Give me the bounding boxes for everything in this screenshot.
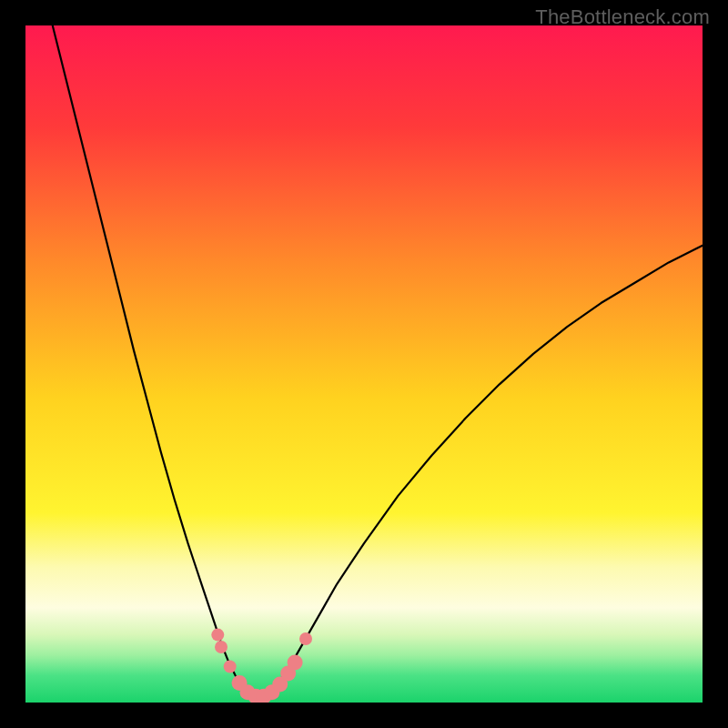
gradient-background (25, 25, 703, 703)
marker-dot (215, 641, 228, 653)
marker-dot (211, 629, 224, 642)
marker-dot (288, 655, 303, 671)
marker-dot (224, 661, 237, 673)
plot-svg (25, 25, 703, 703)
plot-area (25, 25, 703, 703)
chart-frame: TheBottleneck.com (0, 0, 728, 728)
marker-dot (299, 632, 312, 645)
